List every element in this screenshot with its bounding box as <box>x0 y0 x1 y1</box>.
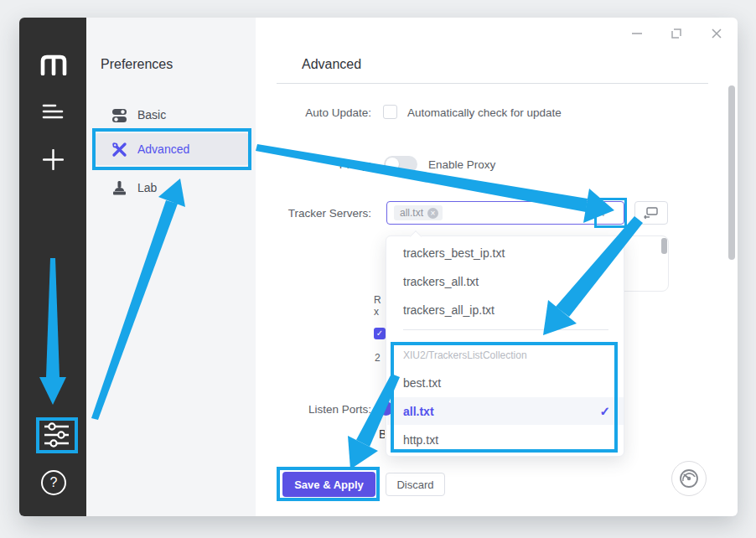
speedometer-icon <box>678 468 700 489</box>
dropdown-option[interactable]: trackers_best_ip.txt <box>387 239 624 266</box>
sidebar-item-label: Lab <box>137 181 157 194</box>
motrix-logo-icon <box>40 54 67 75</box>
annotation-box-caret <box>594 198 627 228</box>
toggles-icon <box>111 107 127 123</box>
textarea-scrollbar[interactable] <box>661 238 667 254</box>
tag-remove-icon[interactable]: × <box>427 208 438 219</box>
proxy-toggle[interactable] <box>384 156 417 173</box>
dropdown-option[interactable]: trackers_all_ip.txt <box>387 296 624 323</box>
main-scrollbar[interactable] <box>728 85 735 260</box>
auto-update-label: Auto Update: <box>237 106 371 119</box>
minimize-button[interactable] <box>629 26 645 44</box>
help-icon[interactable]: ? <box>41 470 66 495</box>
task-list-icon[interactable] <box>42 102 64 121</box>
annotation-box-advanced <box>92 128 251 170</box>
proxy-toggle-label: Enable Proxy <box>428 158 495 171</box>
annotation-box-settings <box>36 417 78 453</box>
speed-limit-button[interactable] <box>671 461 707 496</box>
sidebar-item-basic[interactable]: Basic <box>95 99 249 131</box>
hidden-text-fragment: R <box>374 294 381 306</box>
selected-tracker-tag: all.txt × <box>394 205 443 220</box>
hidden-text-fragment: 2 <box>375 352 381 364</box>
discard-button[interactable]: Discard <box>386 473 445 496</box>
sidebar-item-lab[interactable]: Lab <box>95 172 249 204</box>
dropdown-option[interactable]: trackers_all.txt <box>387 267 624 295</box>
sync-trackers-button[interactable] <box>634 201 668 225</box>
sync-icon <box>644 206 659 220</box>
dropdown-divider <box>403 329 608 330</box>
page-title: Advanced <box>302 57 361 72</box>
toggle-knob <box>386 158 399 171</box>
proxy-label: Proxy: <box>237 158 371 171</box>
add-task-icon[interactable] <box>43 149 64 170</box>
help-glyph: ? <box>50 475 58 490</box>
annotation-box-dropdown-group <box>391 342 618 453</box>
tag-label: all.txt <box>400 207 423 219</box>
app-screenshot: ? Preferences Basic Advanced Lab <box>0 0 756 538</box>
preferences-title: Preferences <box>101 57 173 72</box>
annotation-box-save <box>277 467 380 501</box>
close-icon[interactable] <box>709 26 724 44</box>
auto-update-checkbox-label: Automatically check for update <box>407 106 562 119</box>
lab-stamp-icon <box>111 180 127 196</box>
title-divider <box>277 83 708 84</box>
hidden-text-fragment: B <box>379 427 385 441</box>
tracker-servers-select[interactable]: all.txt × <box>386 201 624 225</box>
tracker-servers-label: Tracker Servers: <box>237 207 371 220</box>
hidden-text-fragment: x <box>374 306 379 318</box>
listen-ports-label: Listen Ports: <box>237 403 371 416</box>
preferences-panel <box>86 18 256 516</box>
auto-update-checkbox[interactable] <box>383 105 397 119</box>
hidden-checkbox-fragment[interactable]: ✓ <box>374 328 386 339</box>
sidebar-item-label: Basic <box>137 108 166 122</box>
maximize-restore-button[interactable] <box>669 26 684 44</box>
